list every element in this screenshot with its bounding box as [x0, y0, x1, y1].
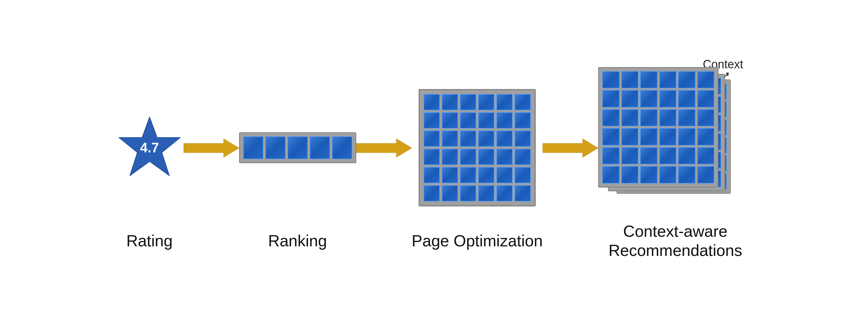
arrow-icon-3 [542, 134, 598, 162]
page-cell [460, 149, 476, 165]
arrow-icon-1 [184, 134, 239, 162]
page-cell [478, 131, 494, 147]
stacked-grid-front [598, 67, 718, 188]
page-cell [496, 112, 513, 129]
diagram: 4.7 Rating Ranking [0, 67, 868, 260]
page-optimization-visual [418, 77, 536, 219]
step-context-aware: Context [598, 67, 752, 260]
page-cell [442, 185, 458, 201]
page-cell [515, 185, 531, 201]
page-cell [460, 185, 476, 201]
arrow-3 [542, 134, 598, 162]
ranking-cell-4 [310, 136, 330, 159]
page-cell [478, 94, 494, 110]
rating-label: Rating [126, 231, 173, 250]
ranking-label: Ranking [268, 231, 327, 250]
svg-marker-1 [184, 139, 239, 157]
page-cell [424, 131, 440, 147]
page-cell [496, 149, 513, 165]
page-cell [442, 131, 458, 147]
context-aware-label: Context-aware Recommendations [609, 222, 742, 260]
page-cell [460, 167, 476, 183]
page-cell [460, 94, 476, 110]
page-cell [442, 149, 458, 165]
page-cell [460, 112, 476, 129]
step-page-optimization: Page Optimization [412, 77, 543, 250]
page-cell [515, 94, 531, 110]
page-cell [442, 94, 458, 110]
page-cell [478, 149, 494, 165]
page-cell [515, 167, 531, 183]
page-cell [424, 149, 440, 165]
ranking-cell-1 [243, 136, 264, 159]
ranking-bar [239, 132, 356, 163]
page-cell [424, 167, 440, 183]
ranking-cell-3 [287, 136, 308, 159]
page-cell [460, 131, 476, 147]
star-wrapper: 4.7 [116, 114, 184, 182]
page-cell [496, 185, 513, 201]
arrow-icon-2 [356, 134, 412, 162]
page-cell [442, 167, 458, 183]
ranking-cell-5 [332, 136, 352, 159]
svg-marker-3 [542, 139, 598, 157]
page-cell [515, 112, 531, 129]
page-cell [478, 112, 494, 129]
page-cell [424, 185, 440, 201]
step-rating: 4.7 Rating [116, 77, 184, 250]
page-cell [496, 167, 513, 183]
page-optimization-label: Page Optimization [412, 231, 543, 250]
page-cell [442, 112, 458, 129]
svg-marker-2 [356, 139, 412, 157]
step-ranking: Ranking [239, 77, 356, 250]
page-cell [515, 149, 531, 165]
page-cell [478, 185, 494, 201]
arrow-1 [184, 134, 239, 162]
context-aware-visual: Context [598, 67, 752, 209]
page-cell [515, 131, 531, 147]
rating-visual: 4.7 [116, 77, 184, 219]
page-grid [418, 89, 536, 207]
page-cell [478, 167, 494, 183]
ranking-visual [239, 77, 356, 219]
arrow-2 [356, 134, 412, 162]
star-value: 4.7 [140, 140, 159, 156]
page-cell [496, 131, 513, 147]
page-cell [424, 112, 440, 129]
ranking-cell-2 [265, 136, 286, 159]
page-cell [496, 94, 513, 110]
page-cell [424, 94, 440, 110]
